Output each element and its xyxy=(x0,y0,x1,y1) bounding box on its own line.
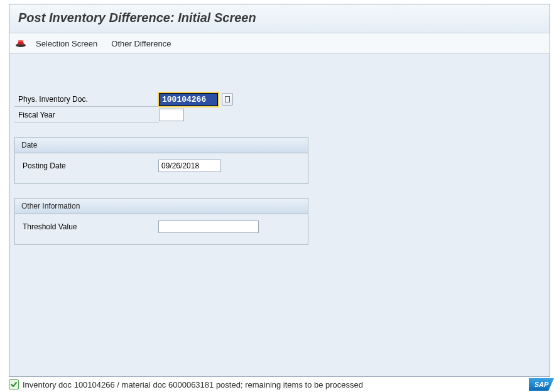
group-date: Date Posting Date xyxy=(14,137,308,184)
row-phys-inventory-doc: Phys. Inventory Doc. 100104266 xyxy=(14,92,545,107)
fiscal-year-input[interactable] xyxy=(159,109,184,121)
other-difference-button[interactable]: Other Difference xyxy=(106,38,176,50)
content-area: Phys. Inventory Doc. 100104266 Fiscal Ye… xyxy=(9,54,550,376)
group-other-info-title: Other Information xyxy=(15,199,308,214)
group-other-information: Other Information Threshold Value xyxy=(14,198,308,245)
label-threshold-value: Threshold Value xyxy=(21,222,158,231)
threshold-value-input[interactable] xyxy=(158,220,259,233)
label-fiscal-year: Fiscal Year xyxy=(14,107,159,123)
row-posting-date: Posting Date xyxy=(21,160,301,172)
selection-screen-button[interactable]: Selection Screen xyxy=(31,38,102,50)
group-date-title: Date xyxy=(15,138,308,153)
status-bar: Inventory doc 100104266 / material doc 6… xyxy=(9,377,550,392)
page-title: Post Inventory Difference: Initial Scree… xyxy=(18,11,541,25)
label-posting-date: Posting Date xyxy=(21,161,158,170)
row-threshold-value: Threshold Value xyxy=(21,220,301,233)
app-window: Post Inventory Difference: Initial Scree… xyxy=(9,4,550,377)
execute-hat-icon[interactable] xyxy=(14,37,27,50)
phys-inventory-doc-input[interactable]: 100104266 xyxy=(159,93,218,106)
toolbar: Selection Screen Other Difference xyxy=(9,33,550,54)
label-phys-inventory-doc: Phys. Inventory Doc. xyxy=(14,92,159,107)
phys-inventory-doc-search-help-button[interactable] xyxy=(222,93,233,106)
posting-date-input[interactable] xyxy=(158,160,221,172)
sap-logo: SAP xyxy=(529,378,554,391)
search-help-icon xyxy=(225,96,230,102)
title-bar: Post Inventory Difference: Initial Scree… xyxy=(9,4,550,33)
status-success-icon xyxy=(9,379,19,389)
status-message: Inventory doc 100104266 / material doc 6… xyxy=(23,380,363,389)
svg-point-1 xyxy=(18,40,24,42)
row-fiscal-year: Fiscal Year xyxy=(14,107,545,123)
